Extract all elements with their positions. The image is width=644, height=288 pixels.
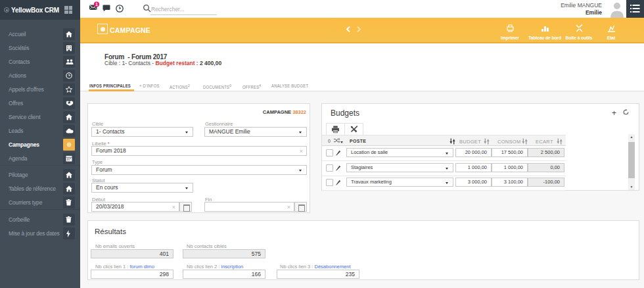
svg-text:1: 1: [95, 2, 98, 7]
